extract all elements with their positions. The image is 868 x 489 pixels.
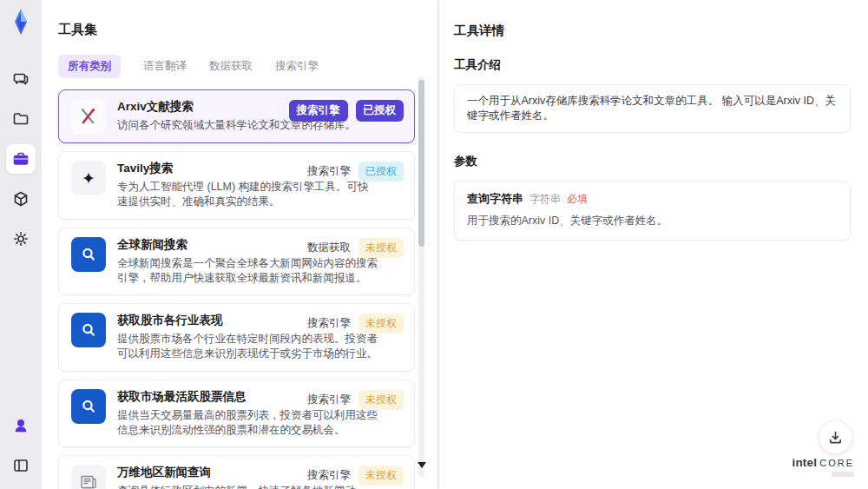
sidebar-item-toolbox[interactable] — [6, 144, 36, 174]
category-badge: 数据获取 — [307, 241, 351, 255]
four-point-star-icon: ✦ — [71, 161, 106, 195]
category-badge: 搜索引擎 — [289, 100, 348, 122]
list-scrollbar[interactable] — [418, 76, 424, 477]
gear-icon — [12, 230, 30, 248]
user-avatar-button[interactable] — [6, 411, 36, 440]
params-heading: 参数 — [454, 154, 851, 169]
search-logo-icon — [71, 389, 106, 424]
core-wordmark: CORE — [819, 458, 854, 468]
details-title: 工具详情 — [454, 23, 851, 39]
category-badge: 搜索引擎 — [307, 393, 351, 407]
app-window: 工具集 所有类别 语言翻译 数据获取 搜索引擎 Arxiv文献搜索 访问各个研究… — [0, 0, 868, 489]
intel-logo-sub — [832, 472, 854, 477]
tool-description: 专为人工智能代理 (LLM) 构建的搜索引擎工具。可快速提供实时、准确和真实的结… — [117, 180, 378, 210]
category-badge: 搜索引擎 — [307, 468, 351, 483]
parameter-required-label: 必填 — [567, 192, 588, 207]
sidebar-item-packages[interactable] — [6, 184, 36, 214]
icon-rail — [0, 0, 42, 489]
tool-card-active-stocks[interactable]: 获取市场最活跃股票信息 提供当天交易量最高的股票列表，投资者可以利用这些信息来识… — [58, 380, 415, 448]
category-badge: 搜索引擎 — [307, 316, 351, 331]
intro-text-box: 一个用于从Arxiv存储库搜索科学论文和文章的工具。 输入可以是Arxiv ID… — [454, 84, 851, 133]
page-title: 工具集 — [58, 22, 415, 38]
panel-toggle-icon — [12, 457, 30, 474]
sidebar-item-files[interactable] — [6, 104, 36, 134]
tool-description: 提供当天交易量最高的股票列表，投资者可以利用这些信息来识别流动性强的股票和潜在的… — [117, 408, 378, 439]
tab-language-translation[interactable]: 语言翻译 — [143, 55, 187, 78]
intel-wordmark: intel — [792, 456, 817, 469]
tool-card-tavily[interactable]: ✦ Tavily搜索 专为人工智能代理 (LLM) 构建的搜索引擎工具。可快速提… — [58, 151, 415, 220]
panel-toggle-button[interactable] — [6, 451, 36, 480]
parameter-type: 字符串 — [529, 192, 561, 207]
tool-details-panel: 工具详情 工具介绍 一个用于从Arxiv存储库搜索科学论文和文章的工具。 输入可… — [438, 0, 868, 489]
download-button[interactable] — [819, 421, 852, 453]
sidebar-item-chat[interactable] — [6, 64, 36, 94]
search-logo-icon — [71, 313, 106, 347]
status-badge: 未授权 — [358, 466, 404, 486]
sidebar-item-settings[interactable] — [6, 224, 36, 254]
status-badge: 未授权 — [358, 314, 404, 334]
intel-core-logo: intelCORE — [792, 454, 854, 477]
cube-icon — [12, 190, 30, 208]
tab-all-categories[interactable]: 所有类别 — [58, 55, 121, 78]
download-icon — [828, 430, 843, 445]
scroll-down-indicator — [418, 462, 426, 468]
tool-card-global-news[interactable]: 全球新闻搜索 全球新闻搜索是一个聚合全球各大新闻网站内容的搜索引擎，帮助用户快速… — [58, 228, 415, 296]
chat-icon — [12, 70, 30, 88]
intro-heading: 工具介绍 — [454, 57, 851, 73]
tool-card-stock-sectors[interactable]: 获取股市各行业表现 提供股票市场各个行业在特定时间段内的表现。投资者可以利用这些… — [58, 303, 415, 372]
category-badge: 搜索引擎 — [307, 164, 351, 179]
user-icon — [12, 417, 30, 434]
status-badge: 已授权 — [356, 100, 404, 122]
status-badge: 已授权 — [358, 162, 404, 182]
tool-description: 全球新闻搜索是一个聚合全球各大新闻网站内容的搜索引擎，帮助用户快速获取全球最新资… — [117, 256, 378, 287]
tool-card-arxiv[interactable]: Arxiv文献搜索 访问各个研究领域大量科学论文和文章的存储库。 搜索引擎 已授… — [58, 89, 415, 143]
tool-card-regional-news[interactable]: 万维地区新闻查询 查询具体行政区划内的新闻，快速了解各地新闻动 搜索引擎 未授权 — [58, 455, 415, 489]
tool-description: 提供股票市场各个行业在特定时间段内的表现。投资者可以利用这些信息来识别表现优于或… — [117, 332, 378, 362]
parameter-name: 查询字符串 — [467, 191, 523, 207]
briefcase-icon — [12, 150, 30, 168]
folder-icon — [12, 110, 30, 128]
tool-list-panel: 工具集 所有类别 语言翻译 数据获取 搜索引擎 Arxiv文献搜索 访问各个研究… — [42, 0, 438, 489]
parameter-item: 查询字符串 字符串 必填 用于搜索的Arxiv ID、关键字或作者姓名。 — [454, 181, 851, 241]
scrollbar-thumb[interactable] — [418, 80, 424, 247]
status-badge: 未授权 — [358, 238, 404, 258]
arxiv-logo-icon — [71, 99, 106, 134]
app-logo — [4, 5, 37, 38]
search-logo-icon — [71, 237, 106, 272]
category-tabs: 所有类别 语言翻译 数据获取 搜索引擎 — [58, 55, 415, 78]
tab-search-engine[interactable]: 搜索引擎 — [275, 55, 319, 78]
status-badge: 未授权 — [358, 390, 404, 410]
tab-data-fetching[interactable]: 数据获取 — [209, 55, 253, 78]
newspaper-icon — [71, 465, 106, 489]
parameter-description: 用于搜索的Arxiv ID、关键字或作者姓名。 — [467, 214, 838, 228]
